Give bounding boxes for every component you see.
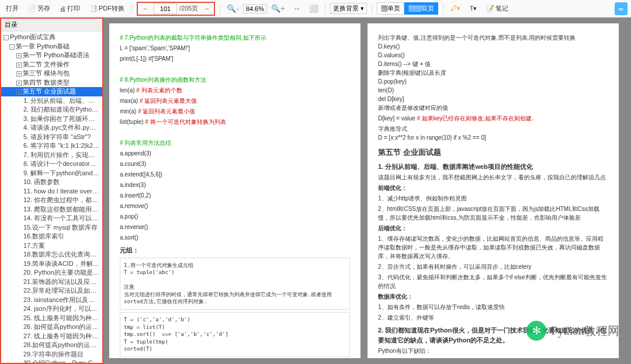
tree-leaf[interactable]: 16.数据库索引 (1, 232, 102, 241)
tree-leaf[interactable]: 20. Python的主要功能是什么？ (1, 268, 102, 278)
sidebar-title: 目录 (1, 19, 102, 32)
tree-leaf[interactable]: 24. json序列化时，可以处理的 (1, 304, 102, 314)
highlight-tool[interactable]: 🖍▾ (448, 4, 463, 13)
tree-leaf[interactable]: 2. 我们都知道现在Python很火 (1, 105, 102, 115)
tree-leaf[interactable]: 30.介绍Cython，Pypy Cpython (1, 359, 102, 364)
print-button[interactable]: 🖨打印 (57, 3, 82, 14)
tree-leaf[interactable]: 3. 如果你困在了死循环里，怎 (1, 115, 102, 124)
page-navigation: ← /205页 → (137, 2, 215, 16)
fit-page-icon[interactable]: ⬜ (307, 4, 320, 13)
tree-leaf[interactable]: 17.方案 (1, 241, 102, 251)
tree-leaf[interactable]: 12. 你在爬虫过程中，都是怎么 (1, 196, 102, 205)
tree-leaf[interactable]: 21.装饰器的写法以及应用场景 (1, 278, 102, 287)
cloud-sync-icon[interactable]: ∞ (615, 2, 627, 15)
next-page-icon[interactable]: → (200, 4, 212, 13)
tree-leaf[interactable]: 29.字符串的操作题目 (1, 350, 102, 359)
page-number-input[interactable] (154, 4, 177, 14)
tree-leaf[interactable]: 15.说一下 mysql 数据库存 (1, 223, 102, 233)
total-pages: /205页 (179, 4, 198, 13)
tree-section[interactable]: +第三节 模块与包 (1, 69, 102, 78)
zoom-in-icon[interactable]: 🔍+ (269, 4, 287, 13)
tree-leaf[interactable]: 23. isinstance作用以及应用场 (1, 296, 102, 305)
tree-leaf[interactable]: 4. 请谈谈.pyc文件和.py文件的 (1, 123, 102, 133)
tree-section[interactable]: +第一节 Python基础语法 (1, 51, 102, 60)
tree-leaf[interactable]: 1. 分别从前端、后端、数据库 (1, 96, 102, 106)
tree-leaf[interactable]: 28.如何提高python的运行效率 (1, 341, 102, 350)
tree-leaf[interactable]: 8. 请设计一个decorator，它可 (1, 160, 102, 169)
pdf-convert-button[interactable]: 📑PDF转换 (87, 3, 127, 14)
tree-leaf[interactable]: 11. how do I iterate over a s (1, 187, 102, 196)
background-select[interactable]: 更换背景 ▾ (330, 3, 367, 14)
wechat-icon: ✻ (526, 321, 546, 341)
tree-leaf[interactable]: 6. 将字符串 "k:1 |k1:2|k2:3|k3 (1, 141, 102, 151)
fit-width-icon[interactable]: ↔ (292, 4, 303, 13)
page-right: 列出字典键、值,注意得到的是一个可迭代对象,而不是列表.用的时候需要转换 D.k… (367, 23, 619, 358)
saveas-button[interactable]: 📄另存 (26, 3, 53, 14)
tree-leaf[interactable]: 19.简单谈谈ACID，并解释每一 (1, 259, 102, 269)
zoom-out-icon[interactable]: 🔍- (225, 4, 240, 13)
page-left: # 7.Python的列表的截取与字符串操作类型相同,如下所示 L = ['sp… (109, 23, 360, 358)
tree-leaf[interactable]: 13. 爬取这些数据都能用做什么 (1, 205, 102, 214)
tree-section[interactable]: -第五节 企业面试题 (1, 87, 102, 96)
tree-leaf[interactable]: 27. 线上服务可能因为种种原因 (1, 332, 102, 341)
tree-leaf[interactable]: 10. 函数参数 (1, 178, 102, 187)
tree-section[interactable]: +第四节 数据类型 (1, 78, 102, 88)
watermark: ✻ Python教程网 (526, 321, 619, 341)
tree-leaf[interactable]: 26. 如何提高python的运行效 (1, 323, 102, 332)
open-button[interactable]: 打开 (4, 3, 21, 14)
prev-page-icon[interactable]: ← (140, 4, 151, 13)
tree-leaf[interactable]: 22.异常处理写法以及如何主动 (1, 286, 102, 296)
toolbar: 打开 📄另存 🖨打印 📑PDF转换 ← /205页 → 🔍- 84.6% 🔍+ … (0, 0, 631, 18)
notes-tool[interactable]: 📝笔记 (484, 3, 511, 14)
tree-leaf[interactable]: 7. 利用切片操作，实现一个trim (1, 151, 102, 160)
view-toggle: ▦单页 ▦▦双页 (377, 2, 438, 15)
double-page-button[interactable]: ▦▦双页 (404, 2, 438, 15)
tree-section[interactable]: +第二节 文件操作 (1, 60, 102, 70)
zoom-controls: 🔍- 84.6% 🔍+ (225, 4, 286, 13)
single-page-button[interactable]: ▦单页 (377, 2, 404, 15)
outline-sidebar: 目录 -Python面试宝典 -第一章 Python基础 +第一节 Python… (0, 18, 103, 364)
tree-leaf[interactable]: 14. 有没有一个工具可以帮助查 (1, 214, 102, 223)
tree-leaf[interactable]: 25. 线上服务可能因为种种原因 (1, 314, 102, 323)
tree-leaf[interactable]: 5. 请反转字符串 "aStr"? (1, 133, 102, 142)
text-tool[interactable]: T▾ (467, 4, 480, 13)
tree-root[interactable]: -Python面试宝典 (1, 33, 102, 42)
tree-leaf[interactable]: 18.数据库怎么优化查询效率？ (1, 250, 102, 259)
zoom-level[interactable]: 84.6% (243, 4, 267, 13)
tree-leaf[interactable]: 9. 解释一下python的and-or (1, 169, 102, 178)
document-viewport[interactable]: # 7.Python的列表的截取与字符串操作类型相同,如下所示 L = ['sp… (103, 18, 631, 364)
tree-chapter[interactable]: -第一章 Python基础 (1, 42, 102, 51)
